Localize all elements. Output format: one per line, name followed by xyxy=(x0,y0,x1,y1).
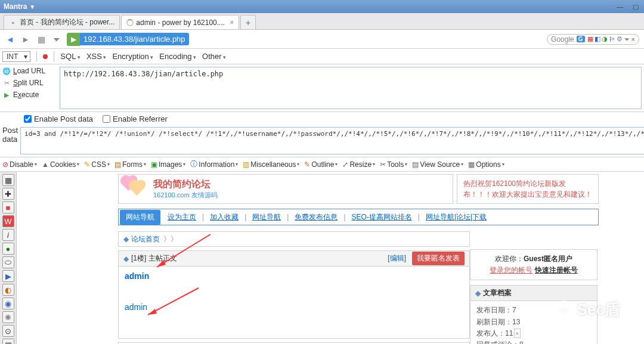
browser-tab-2-active[interactable]: admin - power by 162100.... × xyxy=(121,15,239,29)
hearts-icon xyxy=(123,179,148,199)
sidebar-icon-link[interactable]: ⬭ xyxy=(2,256,14,268)
sidebar-icon-3[interactable]: ■ xyxy=(2,202,14,213)
css-menu[interactable]: ✎ CSS xyxy=(84,160,110,169)
square-icon: ◆ xyxy=(123,255,129,263)
nav-links[interactable]: 网址导航 xyxy=(246,212,287,222)
sidebar-icon-info[interactable]: i xyxy=(2,229,14,241)
svg-line-0 xyxy=(157,234,210,267)
forward-button[interactable]: ► xyxy=(20,34,31,45)
forum-nav: 网站导航 设为主页| 加入收藏| 网址导航| 免费发布信息| SEO-提高网站排… xyxy=(118,209,599,225)
xss-menu[interactable]: XSS xyxy=(86,52,107,61)
sidebar-icon-12[interactable]: ⊙ xyxy=(2,325,14,337)
archive-publisher: 发布人：11▫ xyxy=(476,328,591,339)
search-engine-icons[interactable]: ▦◧◑ 🏳⚙⏷ × xyxy=(587,35,635,43)
sidebar-icon-1[interactable]: ▦ xyxy=(2,174,14,186)
square-icon: ◆ xyxy=(475,289,481,297)
information-menu[interactable]: ⓘ Information xyxy=(190,159,238,169)
logo-title: 我的简约论坛 xyxy=(153,178,218,191)
execute-button[interactable]: ▶Execute xyxy=(2,91,57,99)
app-name: Mantra xyxy=(4,2,27,11)
anonymous-post-button[interactable]: 我要匿名发表 xyxy=(412,252,465,265)
wechat-icon: ⋯ xyxy=(555,300,574,320)
login-link[interactable]: 登录您的帐号 xyxy=(490,266,532,274)
red-arrow-2 xyxy=(142,285,202,321)
page-icon: ▫ xyxy=(9,18,17,27)
sidebar-icon-8[interactable]: ▶ xyxy=(2,270,14,282)
sql-menu[interactable]: SQL xyxy=(60,52,80,61)
int-select[interactable]: INT xyxy=(2,51,30,62)
hackbar-url-input[interactable]: http://192.168.43.38/jian/article.php xyxy=(60,67,642,109)
square-icon: ◆ xyxy=(123,235,129,243)
view-source-menu[interactable]: ▤ View Source xyxy=(412,160,463,169)
load-url-button[interactable]: 🌐Load URL xyxy=(2,67,57,75)
record-icon[interactable] xyxy=(43,54,48,59)
home-icon[interactable]: ⏷ xyxy=(51,34,62,45)
browser-nav-bar: ◄ ► ▦ ⏷ ▶ 192.168.43.38/jian/article.php… xyxy=(0,30,644,49)
app-menu-arrow[interactable]: ▼ xyxy=(29,4,35,10)
welcome-prefix: 欢迎你： xyxy=(495,255,524,263)
enable-post-checkbox[interactable]: Enable Post data xyxy=(24,114,93,123)
sidebar-icon-10[interactable]: ◉ xyxy=(2,297,14,309)
split-url-button[interactable]: ✂Split URL xyxy=(2,79,57,87)
logo-subtitle: 162100.com 友情源码 xyxy=(153,191,218,200)
images-menu[interactable]: ▣ Images xyxy=(151,160,185,169)
nav-seo[interactable]: SEO-提高网站排名 xyxy=(346,212,418,222)
watermark: ⋯ Sec盾 xyxy=(555,299,620,320)
nav-favorite[interactable]: 加入收藏 xyxy=(204,212,244,222)
post-floor: [1楼] xyxy=(131,253,146,264)
nav-sitenav[interactable]: 网站导航 xyxy=(120,210,160,225)
hackbar-menu: INT SQL XSS Encryption Encoding Other xyxy=(0,49,644,64)
close-tab-icon[interactable]: × xyxy=(230,18,234,27)
nav-publish[interactable]: 免费发布信息 xyxy=(289,212,343,222)
sidebar-icon-6[interactable]: ● xyxy=(2,243,14,255)
minimize-button[interactable]: — xyxy=(614,2,626,11)
register-link[interactable]: 快速注册帐号 xyxy=(535,266,578,274)
go-icon[interactable]: ▶ xyxy=(67,33,80,46)
tab-label: 首页 - 我的简约论坛 - power... xyxy=(20,17,114,27)
nav-homepage[interactable]: 设为主页 xyxy=(162,212,202,222)
sidebar-icon-13[interactable]: ▥ xyxy=(2,339,14,344)
tools-menu[interactable]: ✂ Tools xyxy=(380,160,407,169)
edit-link[interactable]: [编辑] xyxy=(388,253,406,264)
hackbar-main: 🌐Load URL ✂Split URL ▶Execute http://192… xyxy=(0,64,644,112)
watermark-text: Sec盾 xyxy=(577,299,620,320)
resize-menu[interactable]: ⤢ Resize xyxy=(342,160,375,169)
archive-comments: 回复或评论：8 xyxy=(476,339,591,344)
post-data-label: Post data xyxy=(0,112,20,157)
svg-marker-3 xyxy=(148,309,157,315)
new-tab-button[interactable]: + xyxy=(240,15,256,29)
grid-icon[interactable]: ▦ xyxy=(36,34,47,45)
encryption-menu[interactable]: Encryption xyxy=(112,52,153,61)
disable-menu[interactable]: ⊘ Disable xyxy=(2,160,37,169)
sidebar-icon-11[interactable]: ✺ xyxy=(2,311,14,323)
left-sidebar: ▦ ✚ ■ W i ● ⬭ ▶ ◐ ◉ ✺ ⊙ ▥ xyxy=(0,172,17,344)
hackbar-actions: 🌐Load URL ✂Split URL ▶Execute xyxy=(0,64,60,111)
sidebar-icon-puzzle[interactable]: ✚ xyxy=(2,188,14,200)
forms-menu[interactable]: ▤ Forms xyxy=(114,160,146,169)
sidebar-icon-4[interactable]: W xyxy=(2,215,14,227)
options-menu[interactable]: ▦ Options xyxy=(468,160,504,169)
browser-tab-1[interactable]: ▫ 首页 - 我的简约论坛 - power... xyxy=(4,15,120,29)
url-bar[interactable]: ▶ 192.168.43.38/jian/article.php xyxy=(67,33,542,46)
content-area: ▦ ✚ ■ W i ● ⬭ ▶ ◐ ◉ ✺ ⊙ ▥ 我的简约论坛 162100.… xyxy=(0,172,644,344)
sidebar-icon-9[interactable]: ◐ xyxy=(2,284,14,296)
maximize-button[interactable]: ▢ xyxy=(630,2,642,11)
google-icon: G xyxy=(577,36,585,42)
right-column: 欢迎你：Guest匿名用户 登录您的帐号 快速注册帐号 ◆文章档案 发布日期：7… xyxy=(470,249,597,344)
misc-menu[interactable]: ▥ Miscellaneous xyxy=(243,160,299,169)
post-data-section: Post data Enable Post data Enable Referr… xyxy=(0,112,644,157)
outline-menu[interactable]: ✎ Outline xyxy=(304,160,338,169)
svg-marker-1 xyxy=(157,260,166,267)
forum-logo[interactable]: 我的简约论坛 162100.com 友情源码 xyxy=(118,174,453,204)
search-box[interactable]: Google G ▦◧◑ 🏳⚙⏷ × xyxy=(547,34,639,45)
search-placeholder: Google xyxy=(551,35,574,44)
post-data-input[interactable]: id=3 and /*!1*/=/*!2*/ /*!union*/ /*!sel… xyxy=(20,127,644,154)
tab-label: admin - power by 162100.... xyxy=(136,18,225,27)
cookies-menu[interactable]: ▲ Cookies xyxy=(42,160,79,169)
url-text[interactable]: 192.168.43.38/jian/article.php xyxy=(80,33,189,45)
back-button[interactable]: ◄ xyxy=(5,34,16,45)
nav-download[interactable]: 网址导航|论坛|下载 xyxy=(420,212,493,222)
other-menu[interactable]: Other xyxy=(202,52,226,61)
enable-referrer-checkbox[interactable]: Enable Referrer xyxy=(103,114,168,123)
encoding-menu[interactable]: Encoding xyxy=(159,52,196,61)
